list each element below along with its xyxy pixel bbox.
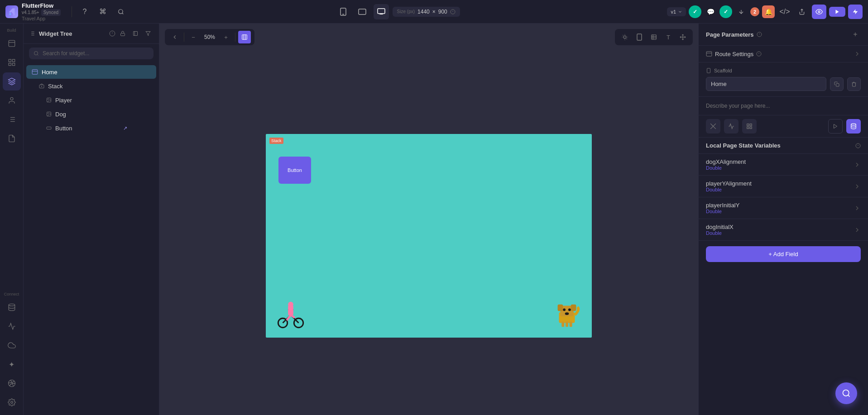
state-var-playerYAlignment[interactable]: playerYAlignment Double <box>699 176 868 197</box>
preview-button[interactable] <box>812 5 826 19</box>
sidebar-cloud-icon[interactable] <box>3 336 21 354</box>
action-button[interactable] <box>724 119 739 134</box>
tree-item-dog-label: Dog <box>55 111 127 118</box>
sun-icon-button[interactable] <box>619 31 631 43</box>
state-var-dogInitialX-name: dogInitialX <box>706 224 854 230</box>
notification-badge[interactable]: 2 <box>750 7 759 16</box>
more-options-player[interactable]: ▾ <box>142 95 151 105</box>
shortcuts-button[interactable]: ⌘ <box>96 5 110 19</box>
search-button[interactable] <box>114 5 128 19</box>
fab-help-button[interactable] <box>835 382 857 404</box>
panel-header: Widget Tree <box>24 24 159 44</box>
topbar-center: Size (px) 1440 × 900 <box>132 4 663 19</box>
add-page-param-button[interactable]: + <box>850 29 861 40</box>
desktop-device-button[interactable] <box>374 4 389 19</box>
filter-icon-button[interactable] <box>143 28 153 39</box>
sidebar-pages-icon[interactable] <box>3 34 21 52</box>
more-options-stack[interactable]: ▾ <box>142 81 151 91</box>
canvas-frame[interactable]: Stack Button <box>266 134 592 338</box>
sidebar-settings-icon[interactable] <box>3 393 21 411</box>
scaffold-name-input[interactable] <box>706 77 826 91</box>
svg-line-125 <box>848 395 850 397</box>
info-icon <box>109 30 115 37</box>
page-params-info-icon <box>757 32 762 37</box>
table-icon-button[interactable] <box>647 31 660 43</box>
text-icon-button[interactable]: T <box>662 31 675 43</box>
run-button[interactable] <box>829 7 845 17</box>
more-options-home[interactable]: ▾ <box>142 67 151 76</box>
add-child-button-dog[interactable] <box>131 110 140 119</box>
tree-item-dog[interactable]: Dog ▾ <box>26 107 156 121</box>
collapse-panel-button[interactable] <box>168 31 181 43</box>
phone-canvas-button[interactable] <box>633 31 646 43</box>
zoom-out-button[interactable]: − <box>187 31 200 43</box>
svg-rect-116 <box>750 124 752 126</box>
zoom-level: 50% <box>201 34 218 40</box>
tablet-device-button[interactable] <box>355 4 370 19</box>
svg-point-0 <box>119 9 123 13</box>
delete-scaffold-button[interactable] <box>847 77 861 91</box>
state-var-dogInitialX[interactable]: dogInitialX Double <box>699 219 868 241</box>
sidebar-grid-icon[interactable] <box>3 53 21 72</box>
tree-item-player[interactable]: Player ▾ <box>26 93 156 107</box>
add-child-button-stack[interactable] <box>131 81 140 91</box>
tree-item-player-label: Player <box>55 97 127 104</box>
alert-icon-button[interactable]: 🔔 <box>762 5 775 18</box>
lightning-button[interactable] <box>848 5 863 19</box>
topbar-sep-1 <box>72 6 72 17</box>
share-button[interactable] <box>795 5 809 19</box>
panel-header-icons <box>109 28 153 39</box>
help-button[interactable]: ? <box>77 5 92 19</box>
tree-item-stack[interactable]: Stack ▾ <box>26 79 156 93</box>
transform-icon-button[interactable] <box>676 31 689 43</box>
canvas-width: 1440 <box>417 9 430 15</box>
add-child-button-home[interactable] <box>131 67 140 76</box>
frame-select-button[interactable] <box>238 31 251 43</box>
sidebar-star-icon[interactable]: ✦ <box>3 355 21 373</box>
code-button[interactable]: </> <box>777 5 792 19</box>
layout-icon-button[interactable] <box>130 28 141 39</box>
flutterflow-logo-icon <box>5 5 18 18</box>
lock-icon-button[interactable] <box>117 28 128 39</box>
sidebar-document-icon[interactable] <box>3 129 21 148</box>
mobile-device-button[interactable] <box>336 4 351 19</box>
sidebar-database-icon[interactable] <box>3 298 21 316</box>
copy-scaffold-button[interactable] <box>830 77 844 91</box>
grid-button[interactable] <box>742 119 757 134</box>
version-selector[interactable]: v1 <box>667 7 686 16</box>
sidebar-user-icon[interactable] <box>3 91 21 110</box>
tree-item-home[interactable]: Home ▾ <box>26 65 156 79</box>
svg-marker-14 <box>836 10 839 14</box>
sidebar-list-icon[interactable] <box>3 110 21 129</box>
search-icon <box>34 51 39 56</box>
tree-item-button[interactable]: Button ↗ ▾ <box>26 121 156 135</box>
sidebar-layers-icon[interactable] <box>3 72 21 91</box>
magic-wand-button[interactable] <box>706 119 720 134</box>
route-settings-row[interactable]: Route Settings <box>699 46 868 62</box>
state-var-playerInitialY-type: Double <box>706 209 854 214</box>
zoom-in-button[interactable]: + <box>220 31 232 43</box>
widget-search-input[interactable] <box>43 50 149 57</box>
add-child-button-btn[interactable] <box>131 124 140 133</box>
add-child-button-player[interactable] <box>131 95 140 105</box>
user-avatar-2[interactable]: ✓ <box>719 5 732 18</box>
database-button[interactable] <box>846 119 861 134</box>
svg-point-29 <box>9 304 15 306</box>
more-options-dog[interactable]: ▾ <box>142 110 151 119</box>
chat-icon-button[interactable]: 💬 <box>704 5 717 18</box>
sidebar-api-icon[interactable] <box>3 317 21 335</box>
svg-rect-97 <box>571 304 576 311</box>
add-field-button[interactable]: + Add Field <box>706 246 861 262</box>
sidebar-palette-icon[interactable] <box>3 374 21 392</box>
more-options-button[interactable]: ▾ <box>142 124 151 133</box>
svg-line-93 <box>291 315 295 318</box>
state-var-dogXAlignment-info: dogXAlignment Double <box>706 158 854 171</box>
play-button[interactable] <box>828 119 843 134</box>
state-var-dogXAlignment[interactable]: dogXAlignment Double <box>699 154 868 176</box>
describe-page-input[interactable] <box>706 100 861 111</box>
diff-icon-button[interactable] <box>735 5 748 18</box>
canvas-button-widget[interactable]: Button <box>278 157 311 184</box>
svg-line-46 <box>37 54 38 55</box>
state-var-playerInitialY[interactable]: playerInitialY Double <box>699 197 868 219</box>
user-avatar-green[interactable]: ✓ <box>689 5 701 18</box>
